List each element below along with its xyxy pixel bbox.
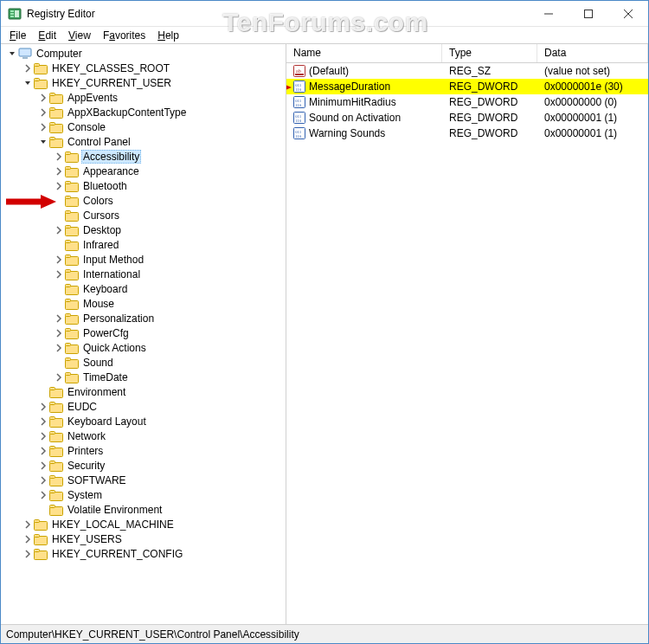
expand-icon[interactable] xyxy=(37,489,49,501)
tree-item[interactable]: Control Panel xyxy=(1,134,286,149)
tree-pane[interactable]: ComputerHKEY_CLASSES_ROOTHKEY_CURRENT_US… xyxy=(1,44,286,624)
expand-icon[interactable] xyxy=(22,548,34,560)
list-body[interactable]: (Default)REG_SZ(value not set)MessageDur… xyxy=(286,63,648,624)
folder-icon xyxy=(49,386,63,398)
folder-icon xyxy=(49,106,63,119)
app-icon xyxy=(8,7,22,21)
tree-item[interactable]: Volatile Environment xyxy=(1,502,286,517)
collapse-icon[interactable] xyxy=(37,136,49,148)
menu-help[interactable]: Help xyxy=(152,29,184,42)
tree-item[interactable]: Keyboard Layout xyxy=(1,414,286,428)
folder-icon xyxy=(65,283,79,295)
expand-icon[interactable] xyxy=(53,342,65,354)
tree-item[interactable]: International xyxy=(1,267,286,281)
tree-item[interactable]: SOFTWARE xyxy=(1,473,286,487)
tree-item[interactable]: Mouse xyxy=(1,296,286,311)
tree-item-label: PowerCfg xyxy=(81,327,131,339)
folder-icon xyxy=(49,460,63,472)
tree-item[interactable]: Cursors xyxy=(1,208,286,222)
tree-item[interactable]: HKEY_USERS xyxy=(1,531,286,546)
tree-item[interactable]: Bluetooth xyxy=(1,178,286,193)
expand-icon[interactable] xyxy=(22,533,34,545)
value-row[interactable]: MinimumHitRadiusREG_DWORD0x00000000 (0) xyxy=(286,94,648,110)
tree-item[interactable]: Infrared xyxy=(1,237,286,252)
tree-item[interactable]: EUDC xyxy=(1,399,286,414)
tree-item[interactable]: Console xyxy=(1,119,286,134)
tree-item[interactable]: Keyboard xyxy=(1,281,286,296)
value-row[interactable]: MessageDurationREG_DWORD0x0000001e (30) xyxy=(286,79,648,94)
tree-item[interactable]: AppEvents xyxy=(1,90,286,105)
tree-item[interactable]: Personalization xyxy=(1,311,286,325)
tree-item[interactable]: HKEY_CLASSES_ROOT xyxy=(1,61,286,75)
tree-item[interactable]: Quick Actions xyxy=(1,340,286,355)
menu-file[interactable]: File xyxy=(4,29,31,42)
value-row[interactable]: (Default)REG_SZ(value not set) xyxy=(286,63,648,79)
tree-item[interactable]: Network xyxy=(1,428,286,443)
expand-icon[interactable] xyxy=(53,327,65,339)
expand-icon[interactable] xyxy=(37,106,49,119)
collapse-icon[interactable] xyxy=(22,77,34,89)
tree-item[interactable]: PowerCfg xyxy=(1,325,286,340)
tree-item[interactable]: HKEY_LOCAL_MACHINE xyxy=(1,517,286,531)
expand-icon[interactable] xyxy=(53,268,65,280)
tree-item-label: Mouse xyxy=(81,298,116,310)
expand-icon[interactable] xyxy=(53,151,65,163)
menu-view[interactable]: View xyxy=(63,29,96,42)
expand-icon[interactable] xyxy=(37,445,49,457)
folder-icon xyxy=(49,92,63,104)
tree-item[interactable]: Printers xyxy=(1,443,286,458)
expand-icon[interactable] xyxy=(53,254,65,266)
expand-icon[interactable] xyxy=(37,460,49,472)
expand-icon[interactable] xyxy=(53,180,65,192)
maximize-icon xyxy=(584,10,593,18)
expand-icon[interactable] xyxy=(37,430,49,442)
tree-item-label: Accessibility xyxy=(81,150,141,164)
collapse-icon[interactable] xyxy=(6,48,18,60)
tree-item[interactable]: Accessibility xyxy=(1,149,286,164)
maximize-button[interactable] xyxy=(569,1,608,27)
column-header-type[interactable]: Type xyxy=(442,44,537,62)
expand-icon[interactable] xyxy=(37,92,49,104)
expand-icon[interactable] xyxy=(37,121,49,133)
tree-item[interactable]: Appearance xyxy=(1,164,286,178)
reg-sz-icon xyxy=(293,65,305,77)
close-button[interactable] xyxy=(608,1,648,27)
expand-icon[interactable] xyxy=(37,415,49,428)
list-pane: Name Type Data (Default)REG_SZ(value not… xyxy=(286,44,648,624)
tree-item[interactable]: HKEY_CURRENT_USER xyxy=(1,75,286,90)
menu-favorites[interactable]: Favorites xyxy=(98,29,151,42)
expand-icon[interactable] xyxy=(53,224,65,236)
tree-item[interactable]: TimeDate xyxy=(1,370,286,384)
expand-icon[interactable] xyxy=(22,62,34,74)
column-header-data[interactable]: Data xyxy=(537,44,648,62)
value-row[interactable]: Sound on ActivationREG_DWORD0x00000001 (… xyxy=(286,110,648,126)
expand-icon[interactable] xyxy=(53,165,65,177)
tree-item[interactable]: Input Method xyxy=(1,252,286,267)
expand-icon[interactable] xyxy=(22,518,34,531)
column-header-name[interactable]: Name xyxy=(286,44,442,62)
tree-item[interactable]: Colors xyxy=(1,193,286,208)
folder-icon xyxy=(65,268,79,280)
tree-item[interactable]: Desktop xyxy=(1,222,286,237)
tree-item-label: Infrared xyxy=(81,239,120,251)
tree-item[interactable]: System xyxy=(1,487,286,502)
titlebar: Registry Editor xyxy=(1,1,648,27)
tree-item[interactable]: AppXBackupContentType xyxy=(1,105,286,119)
expand-icon[interactable] xyxy=(53,312,65,325)
folder-icon xyxy=(49,430,63,442)
expand-icon[interactable] xyxy=(37,401,49,413)
tree-item-label: AppXBackupContentType xyxy=(66,106,188,119)
menu-edit[interactable]: Edit xyxy=(33,29,61,42)
tree-item[interactable]: Security xyxy=(1,458,286,473)
expand-icon[interactable] xyxy=(53,371,65,383)
value-row[interactable]: Warning SoundsREG_DWORD0x00000001 (1) xyxy=(286,126,648,141)
expand-icon[interactable] xyxy=(37,474,49,486)
folder-icon xyxy=(65,209,79,222)
tree-item[interactable]: Sound xyxy=(1,355,286,370)
minimize-button[interactable] xyxy=(529,1,569,27)
tree-item[interactable]: Computer xyxy=(1,46,286,61)
tree-item[interactable]: Environment xyxy=(1,384,286,399)
value-name-text: Sound on Activation xyxy=(309,112,401,124)
tree-item[interactable]: HKEY_CURRENT_CONFIG xyxy=(1,546,286,561)
value-data-cell: (value not set) xyxy=(537,65,648,77)
